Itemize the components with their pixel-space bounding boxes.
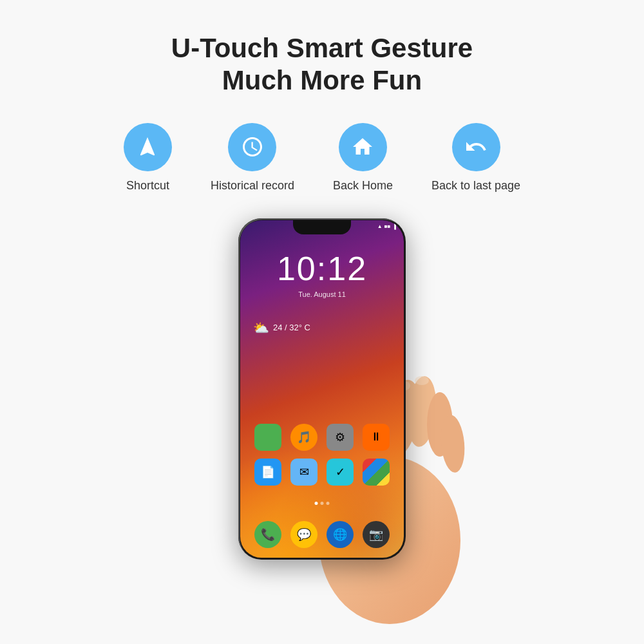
historical-record-label: Historical record bbox=[211, 179, 294, 193]
header-section: U-Touch Smart Gesture Much More Fun bbox=[171, 0, 473, 97]
weather-display: ⛅ 24 / 32° C bbox=[253, 320, 310, 336]
screen-content: ▲ ■■ ▐ 10:12 Tue. August 11 ⛅ 24 / 32° C bbox=[240, 220, 404, 558]
app-icon-orange: 🎵 bbox=[290, 424, 317, 451]
weather-temp: 24 / 32° C bbox=[273, 323, 310, 332]
dot-2 bbox=[321, 502, 324, 505]
phone-section: ▲ ■■ ▐ 10:12 Tue. August 11 ⛅ 24 / 32° C bbox=[129, 218, 515, 618]
clock-time: 10:12 bbox=[240, 249, 404, 288]
battery-icon: ▐ bbox=[392, 223, 396, 229]
dock-browser-icon: 🌐 bbox=[327, 521, 354, 548]
signal-icon: ■■ bbox=[384, 223, 391, 229]
back-last-page-icon-circle bbox=[452, 123, 500, 171]
svg-point-7 bbox=[415, 376, 429, 385]
app-icon-check: ✓ bbox=[327, 459, 354, 486]
feature-back-last-page: Back to last page bbox=[431, 123, 520, 193]
page-wrapper: U-Touch Smart Gesture Much More Fun Shor… bbox=[0, 0, 644, 644]
feature-shortcut: Shortcut bbox=[124, 123, 172, 193]
clock-display: 10:12 Tue. August 11 bbox=[240, 249, 404, 298]
weather-cloud-icon: ⛅ bbox=[253, 320, 269, 336]
app-row-1: 🎵 ⚙ ⏸ bbox=[250, 424, 394, 451]
shortcut-label: Shortcut bbox=[126, 179, 169, 193]
app-icon-mail: ✉ bbox=[290, 459, 317, 486]
back-last-page-label: Back to last page bbox=[431, 179, 520, 193]
app-icon-blue: 📄 bbox=[254, 459, 281, 486]
app-icon-green bbox=[254, 424, 281, 451]
back-home-label: Back Home bbox=[333, 179, 393, 193]
clock-icon bbox=[241, 135, 264, 158]
dock-phone-icon: 📞 bbox=[254, 521, 281, 548]
back-home-icon-circle bbox=[339, 123, 387, 171]
app-icon-settings: ⚙ bbox=[327, 424, 354, 451]
title-line1: U-Touch Smart Gesture bbox=[171, 33, 473, 63]
app-icons-area: 🎵 ⚙ ⏸ 📄 ✉ ✓ bbox=[240, 424, 404, 493]
main-title: U-Touch Smart Gesture Much More Fun bbox=[171, 32, 473, 97]
features-row: Shortcut Historical record Back Home bbox=[124, 123, 520, 193]
undo-icon bbox=[464, 135, 488, 158]
dock-chat-icon: 💬 bbox=[290, 521, 317, 548]
phone-notch bbox=[293, 220, 351, 234]
dock-camera-icon: 📷 bbox=[363, 521, 390, 548]
dot-3 bbox=[327, 502, 330, 505]
phone-frame: ▲ ■■ ▐ 10:12 Tue. August 11 ⛅ 24 / 32° C bbox=[238, 218, 406, 560]
feature-back-home: Back Home bbox=[333, 123, 393, 193]
shortcut-icon-circle bbox=[124, 123, 172, 171]
title-line2: Much More Fun bbox=[222, 65, 422, 95]
bottom-dock: 📞 💬 🌐 📷 bbox=[240, 521, 404, 548]
app-row-2: 📄 ✉ ✓ bbox=[250, 459, 394, 486]
feature-historical-record: Historical record bbox=[211, 123, 294, 193]
navigation-icon bbox=[136, 135, 159, 158]
status-icons: ▲ ■■ ▐ bbox=[377, 223, 396, 229]
home-icon bbox=[351, 135, 374, 158]
phone-screen: ▲ ■■ ▐ 10:12 Tue. August 11 ⛅ 24 / 32° C bbox=[240, 220, 404, 558]
historical-record-icon-circle bbox=[228, 123, 276, 171]
dot-1 bbox=[315, 502, 318, 505]
clock-date: Tue. August 11 bbox=[240, 290, 404, 298]
app-icon-multi bbox=[363, 459, 390, 486]
app-icon-orange2: ⏸ bbox=[363, 424, 390, 451]
wifi-icon: ▲ bbox=[377, 223, 383, 229]
page-indicator bbox=[315, 502, 330, 505]
